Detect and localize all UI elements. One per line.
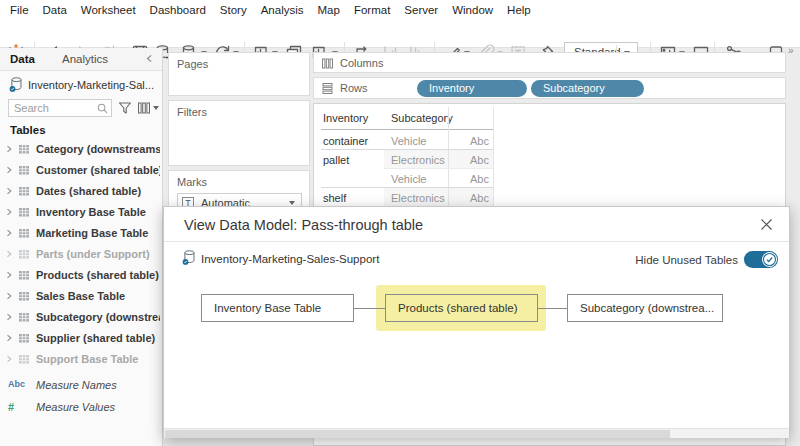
dialog-title: View Data Model: Pass-through table	[184, 217, 423, 233]
menu-file[interactable]: File	[3, 2, 36, 18]
datasource-row[interactable]: Inventory-Marketing-Sal...	[0, 74, 162, 96]
menu-window[interactable]: Window	[445, 2, 500, 18]
menu-format[interactable]: Format	[347, 2, 397, 18]
table-label: Marketing Base Table	[36, 227, 160, 239]
toolbar: Standard »	[0, 19, 800, 48]
crosstab-cell: Abc	[451, 154, 489, 166]
node-connector	[354, 308, 385, 309]
table-row-marketing-base[interactable]: Marketing Base Table	[0, 224, 162, 245]
chevron-right-icon[interactable]	[5, 187, 13, 195]
crosstab-cell: pallet	[323, 154, 349, 166]
table-row-parts[interactable]: Parts (under Support)	[0, 245, 162, 266]
pill-subcategory[interactable]: Subcategory	[531, 80, 644, 97]
scrollbar-thumb[interactable]	[165, 430, 670, 438]
chevron-right-icon[interactable]	[5, 250, 13, 258]
table-row-dates[interactable]: Dates (shared table)	[0, 182, 162, 203]
filters-card[interactable]: Filters	[168, 100, 310, 166]
table-label: Customer (shared table)	[36, 164, 160, 176]
chevron-right-icon[interactable]	[5, 292, 13, 300]
check-icon	[762, 252, 777, 267]
field-measure-values[interactable]: # Measure Values	[0, 398, 162, 419]
table-icon	[18, 290, 30, 302]
dialog-horizontal-scrollbar[interactable]	[164, 428, 789, 438]
filter-fields-icon[interactable]	[118, 101, 132, 115]
model-node-subcategory[interactable]: Subcategory (downstrea...	[567, 294, 723, 322]
table-icon	[18, 311, 30, 323]
dialog-datasource-name: Inventory-Marketing-Sales-Support	[201, 253, 379, 265]
crosstab-header-subcategory: Subcategory	[391, 112, 453, 124]
table-row-inventory-base[interactable]: Inventory Base Table	[0, 203, 162, 224]
node-connector	[538, 308, 567, 309]
table-row-sales-base[interactable]: Sales Base Table	[0, 287, 162, 308]
dialog-divider	[164, 241, 789, 242]
table-label: Parts (under Support)	[36, 248, 160, 260]
chevron-right-icon[interactable]	[5, 166, 13, 174]
column-separator	[493, 107, 494, 207]
tab-analytics[interactable]: Analytics	[62, 53, 108, 65]
chevron-right-icon[interactable]	[5, 334, 13, 342]
data-pane: Data Analytics Inventory-Marketing-Sal..…	[0, 48, 163, 446]
menu-help[interactable]: Help	[500, 2, 538, 18]
hide-unused-tables-toggle[interactable]	[744, 251, 778, 268]
table-icon	[18, 353, 30, 365]
chevron-right-icon[interactable]	[5, 271, 13, 279]
pill-inventory[interactable]: Inventory	[417, 80, 527, 97]
toolbar-overflow-icon[interactable]: »	[788, 45, 794, 56]
chevron-right-icon[interactable]	[5, 313, 13, 321]
mark-type-caret-icon	[289, 201, 295, 205]
table-row-products[interactable]: Products (shared table)	[0, 266, 162, 287]
table-icon	[18, 143, 30, 155]
table-label: Category (downstreams...	[36, 143, 160, 155]
chevron-right-icon[interactable]	[5, 145, 13, 153]
menu-server[interactable]: Server	[397, 2, 445, 18]
field-label: Measure Values	[36, 401, 115, 413]
rows-label: Rows	[340, 82, 368, 94]
columns-shelf[interactable]: Columns	[313, 52, 786, 73]
close-icon[interactable]	[760, 218, 773, 231]
datasource-icon	[9, 76, 23, 93]
menu-map[interactable]: Map	[311, 2, 347, 18]
model-node-products[interactable]: Products (shared table)	[385, 294, 538, 322]
table-row-category[interactable]: Category (downstreams...	[0, 140, 162, 161]
menu-worksheet[interactable]: Worksheet	[74, 2, 143, 18]
chevron-right-icon[interactable]	[5, 355, 13, 363]
crosstab-cell: Electronics	[391, 154, 445, 166]
menu-story[interactable]: Story	[213, 2, 254, 18]
rows-shelf[interactable]: Rows Inventory Subcategory	[313, 77, 786, 99]
pages-card[interactable]: Pages	[168, 52, 310, 96]
table-row-subcategory[interactable]: Subcategory (downstrea...	[0, 308, 162, 329]
collapse-pane-icon[interactable]	[145, 53, 154, 64]
menu-data[interactable]: Data	[36, 2, 74, 18]
abc-icon: Abc	[8, 379, 25, 389]
marks-label: Marks	[177, 176, 207, 188]
crosstab-cell: Electronics	[391, 192, 445, 204]
menu-analysis[interactable]: Analysis	[254, 2, 311, 18]
columns-icon	[322, 58, 333, 69]
table-row-customer[interactable]: Customer (shared table)	[0, 161, 162, 182]
crosstab-cell: Vehicle	[391, 173, 426, 185]
pages-label: Pages	[177, 58, 208, 70]
menu-dashboard[interactable]: Dashboard	[143, 2, 213, 18]
columns-label: Columns	[340, 57, 383, 69]
datasource-icon	[182, 249, 196, 266]
table-row-supplier[interactable]: Supplier (shared table)	[0, 329, 162, 350]
pane-tabs: Data Analytics	[0, 48, 162, 71]
table-label: Dates (shared table)	[36, 185, 160, 197]
table-label: Products (shared table)	[36, 269, 160, 281]
view-options-caret-icon[interactable]	[153, 106, 159, 110]
crosstab-cell: Vehicle	[391, 135, 426, 147]
field-measure-names[interactable]: Abc Measure Names	[0, 376, 162, 397]
crosstab-cell: container	[323, 135, 368, 147]
tab-data[interactable]: Data	[10, 53, 35, 65]
chevron-right-icon[interactable]	[5, 208, 13, 216]
table-icon	[18, 269, 30, 281]
table-row-support-base[interactable]: Support Base Table	[0, 350, 162, 371]
table-icon	[18, 248, 30, 260]
model-node-inventory-base[interactable]: Inventory Base Table	[201, 294, 354, 322]
header-underline	[321, 129, 493, 130]
table-label: Supplier (shared table)	[36, 332, 160, 344]
chevron-right-icon[interactable]	[5, 229, 13, 237]
crosstab-cell: Abc	[451, 135, 489, 147]
view-options-icon[interactable]	[137, 101, 151, 115]
search-icon	[96, 102, 109, 115]
